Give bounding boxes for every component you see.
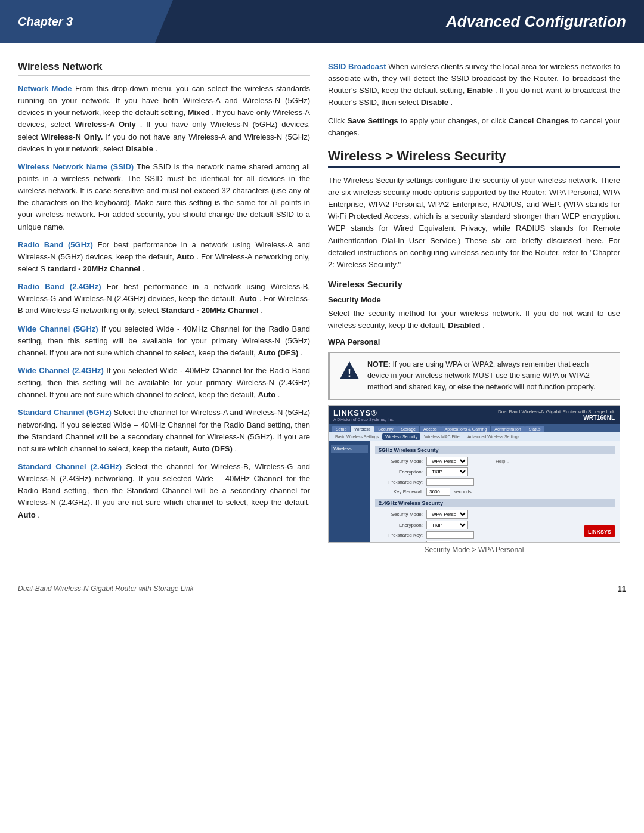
note-box: ! NOTE: If you are using WPA or WPA2, al…	[328, 352, 620, 399]
ssid-broadcast-label: SSID Broadcast	[328, 62, 386, 71]
router-sidebar-wireless: Wireless	[331, 445, 368, 453]
router-field-encryption-5g: Encryption: TKIP	[375, 467, 615, 476]
network-mode-para: Network Mode From this drop-down menu, y…	[18, 83, 310, 155]
std-channel-5ghz-para: Standard Channel (5GHz) Select the chann…	[18, 407, 310, 455]
router-field-encryption-24g: Encryption: TKIP	[375, 521, 615, 529]
router-tab-security: Security	[374, 426, 397, 432]
ssid-label: Wireless Network Name (SSID)	[18, 162, 134, 171]
note-content: If you are using WPA or WPA2, always rem…	[367, 360, 595, 391]
radio-band-5ghz-para: Radio Band (5GHz) For best performance i…	[18, 239, 310, 275]
wireless-security-title: Wireless Security	[328, 279, 620, 289]
chapter-label-area: Chapter 3	[0, 0, 155, 43]
save-settings-para: Click Save Settings to apply your change…	[328, 115, 620, 139]
wide-channel-24ghz-label: Wide Channel (2.4GHz)	[18, 366, 104, 375]
router-logo: LINKSYS® A Division of Cisco Systems, In…	[333, 408, 394, 422]
router-encryption-24g-select[interactable]: TKIP	[426, 521, 468, 529]
wide-channel-24ghz-para: Wide Channel (2.4GHz) If you selected Wi…	[18, 365, 310, 401]
router-sub-tabs: Basic Wireless Settings Wireless Securit…	[329, 432, 620, 441]
router-tab-admin: Administration	[491, 426, 524, 432]
router-24ghz-title: 2.4GHz Wireless Security	[375, 499, 615, 507]
wpa-personal-title: WPA Personal	[328, 337, 620, 346]
router-tab-status: Status	[525, 426, 544, 432]
router-field-psk-24g: Pre-shared Key:	[375, 531, 615, 539]
security-mode-title: Security Mode	[328, 295, 620, 304]
router-body: Wireless 5GHz Wireless Security Security…	[329, 441, 620, 543]
wide-channel-5ghz-para: Wide Channel (5GHz) If you selected Wide…	[18, 323, 310, 359]
router-field-psk-5g: Pre-shared Key:	[375, 478, 615, 486]
router-subtab-basic: Basic Wireless Settings	[332, 433, 382, 440]
router-subtab-mac: Wireless MAC Filter	[421, 433, 464, 440]
chapter-label: Chapter 3	[18, 15, 73, 29]
router-tab-storage: Storage	[397, 426, 419, 432]
router-tab-access: Access	[420, 426, 441, 432]
ssid-broadcast-para: SSID Broadcast When wireless clients sur…	[328, 61, 620, 109]
page-title: Advanced Configuration	[446, 13, 626, 31]
screenshot-caption: Security Mode > WPA Personal	[328, 546, 620, 554]
router-renewal-5g-input[interactable]	[426, 488, 450, 496]
linksys-bottom-logo: LINKSYS	[584, 525, 615, 537]
radio-band-5ghz-label: Radio Band (5GHz)	[18, 240, 93, 249]
router-psk-5g-input[interactable]	[426, 478, 474, 486]
wireless-network-title: Wireless Network	[18, 61, 310, 76]
router-main-area: 5GHz Wireless Security Security Mode: WP…	[370, 441, 620, 543]
page-header: Chapter 3 Advanced Configuration	[0, 0, 644, 43]
router-field-renewal-24g: Key Renewal: seconds	[375, 541, 615, 543]
security-mode-para: Select the security method for your wire…	[328, 308, 620, 332]
router-field-security-mode-24g: Security Mode: WPA-Personal	[375, 510, 615, 519]
router-field-renewal-5g: Key Renewal: seconds	[375, 488, 615, 496]
router-renewal-24g-input[interactable]	[426, 541, 450, 543]
router-tab-setup: Setup	[332, 426, 350, 432]
std-channel-5ghz-label: Standard Channel (5GHz)	[18, 408, 112, 417]
main-content: Wireless Network Network Mode From this …	[0, 43, 644, 566]
router-nav-tabs: Setup Wireless Security Storage Access A…	[329, 424, 620, 432]
page-footer: Dual-Band Wireless-N Gigabit Router with…	[0, 578, 644, 599]
radio-band-24ghz-para: Radio Band (2.4GHz) For best performance…	[18, 281, 310, 317]
radio-band-24ghz-label: Radio Band (2.4GHz)	[18, 282, 101, 291]
router-encryption-5g-select[interactable]: TKIP	[426, 467, 468, 476]
note-text: NOTE: If you are using WPA or WPA2, alwa…	[367, 359, 611, 392]
router-subtab-advanced: Advanced Wireless Settings	[465, 433, 522, 440]
router-header: LINKSYS® A Division of Cisco Systems, In…	[329, 406, 620, 424]
std-channel-24ghz-para: Standard Channel (2.4GHz) Select the cha…	[18, 461, 310, 521]
router-field-security-mode-5g: Security Mode: WPA-Personal Help...	[375, 457, 615, 466]
wireless-security-section-title: Wireless > Wireless Security	[328, 148, 620, 168]
router-5ghz-title: 5GHz Wireless Security	[375, 446, 615, 454]
router-tab-wireless: Wireless	[351, 426, 374, 432]
right-column: SSID Broadcast When wireless clients sur…	[328, 61, 620, 554]
router-screenshot: LINKSYS® A Division of Cisco Systems, In…	[328, 405, 620, 543]
router-psk-24g-input[interactable]	[426, 531, 474, 539]
note-label: NOTE:	[367, 360, 391, 368]
page-title-area: Advanced Configuration	[155, 0, 644, 43]
left-column: Wireless Network Network Mode From this …	[18, 61, 310, 554]
svg-text:!: !	[348, 367, 351, 379]
footer-page-number: 11	[618, 584, 626, 593]
router-security-mode-5g-select[interactable]: WPA-Personal	[426, 457, 468, 466]
network-mode-label: Network Mode	[18, 84, 72, 93]
std-channel-24ghz-label: Standard Channel (2.4GHz)	[18, 462, 122, 471]
wireless-security-intro: The Wireless Security settings configure…	[328, 175, 620, 271]
footer-product: Dual-Band Wireless-N Gigabit Router with…	[18, 584, 194, 593]
router-tab-appsgaming: Applications & Gaming	[441, 426, 491, 432]
router-subtab-security: Wireless Security	[382, 433, 420, 440]
ssid-para: Wireless Network Name (SSID) The SSID is…	[18, 161, 310, 233]
wide-channel-5ghz-label: Wide Channel (5GHz)	[18, 324, 98, 333]
router-sidebar: Wireless	[329, 441, 370, 543]
router-security-mode-24g-select[interactable]: WPA-Personal	[426, 510, 468, 519]
note-icon: !	[339, 360, 360, 383]
